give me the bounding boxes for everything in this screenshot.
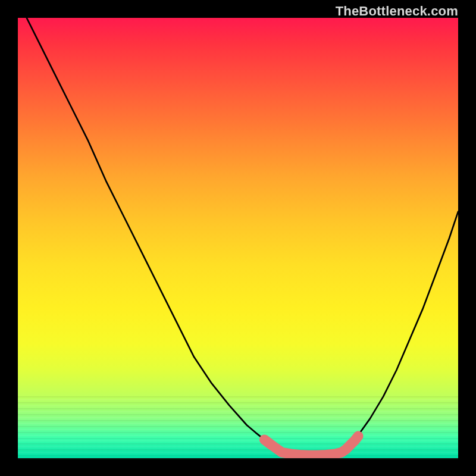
band-line [18, 458, 458, 459]
chart-stage: TheBottleneck.com [0, 0, 476, 476]
credit-text: TheBottleneck.com [336, 4, 458, 19]
plot-area [18, 18, 458, 458]
